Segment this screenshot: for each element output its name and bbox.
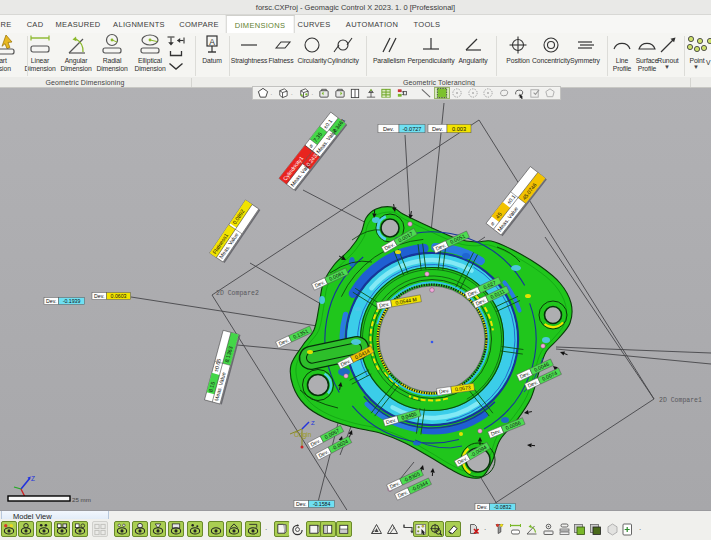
svg-text:Z: Z [311, 420, 315, 426]
svg-text:25 mm: 25 mm [72, 496, 91, 503]
svg-text:2D Compare2: 2D Compare2 [216, 290, 259, 297]
svg-text:Dev.: Dev. [383, 126, 395, 132]
svg-text:Dev.: Dev. [46, 298, 56, 304]
svg-text:Origin: Origin [294, 431, 312, 439]
svg-text:0.003: 0.003 [452, 126, 466, 132]
svg-text:A: A [209, 37, 215, 47]
svg-text:-0.1584: -0.1584 [313, 501, 331, 507]
svg-text:Dev.: Dev. [432, 126, 444, 132]
svg-text:Z: Z [31, 475, 35, 482]
svg-text:-0.0832: -0.0832 [494, 504, 512, 510]
svg-text:Dev.: Dev. [296, 501, 306, 507]
svg-text:Dev.: Dev. [477, 504, 487, 510]
svg-text:0.0603: 0.0603 [111, 293, 127, 299]
svg-text:-0.0727: -0.0727 [403, 126, 422, 132]
svg-text:-0.1939: -0.1939 [63, 298, 81, 304]
svg-text:2D Compare1: 2D Compare1 [659, 397, 702, 404]
svg-text:Dev.: Dev. [94, 293, 104, 299]
